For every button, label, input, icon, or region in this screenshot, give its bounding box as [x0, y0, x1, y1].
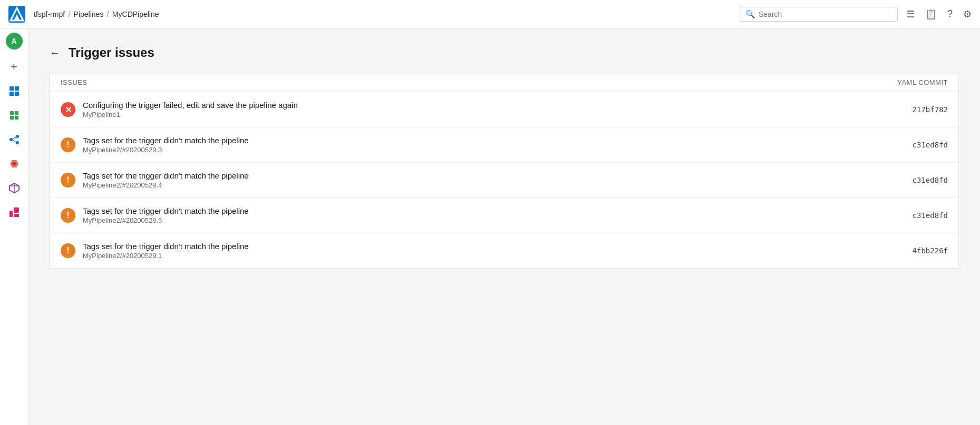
row-commit: 217bf782 [885, 105, 948, 114]
row-left: ! Tags set for the trigger didn't match … [61, 206, 885, 224]
row-title: Tags set for the trigger didn't match th… [83, 242, 249, 251]
topnav-actions: ☰ 📋 ? ⚙ [906, 8, 972, 20]
table-row[interactable]: ! Tags set for the trigger didn't match … [50, 127, 958, 163]
row-left: ! Tags set for the trigger didn't match … [61, 171, 885, 189]
svg-rect-10 [15, 116, 18, 120]
row-title: Tags set for the trigger didn't match th… [83, 136, 249, 145]
col-yaml-header: YAML Commit [885, 78, 948, 86]
svg-rect-7 [10, 111, 14, 115]
sidebar-item-testplans[interactable] [3, 153, 25, 175]
sidebar-item-pipelines[interactable] [3, 129, 25, 151]
row-commit: c31ed8fd [885, 141, 948, 149]
svg-rect-6 [15, 92, 19, 96]
row-title: Configuring the trigger failed, edit and… [83, 101, 298, 110]
svg-rect-3 [9, 86, 14, 91]
row-text: Tags set for the trigger didn't match th… [83, 136, 249, 154]
sidebar-item-add[interactable]: + [3, 56, 25, 78]
svg-rect-8 [15, 111, 18, 115]
row-text: Configuring the trigger failed, edit and… [83, 101, 298, 118]
svg-line-14 [13, 137, 16, 139]
page-title: Trigger issues [69, 45, 154, 60]
help-icon[interactable]: ? [947, 8, 953, 19]
row-commit: c31ed8fd [885, 211, 948, 220]
sidebar-item-repos[interactable] [3, 104, 25, 126]
svg-rect-4 [15, 86, 19, 91]
row-text: Tags set for the trigger didn't match th… [83, 171, 249, 189]
menu-icon[interactable]: ☰ [906, 8, 915, 20]
row-title: Tags set for the trigger didn't match th… [83, 171, 249, 180]
svg-rect-17 [14, 207, 19, 213]
row-left: ! Tags set for the trigger didn't match … [61, 136, 885, 154]
breadcrumb-pipeline[interactable]: MyCDPipeline [112, 10, 159, 18]
row-commit: c31ed8fd [885, 176, 948, 184]
table-header: Issues YAML Commit [50, 73, 958, 92]
warning-icon: ! [61, 243, 75, 258]
warning-icon: ! [61, 173, 75, 187]
row-subtitle: MyPipeline1 [83, 111, 298, 118]
error-icon: ✕ [61, 102, 75, 117]
sidebar-item-boards[interactable] [3, 80, 25, 102]
search-box[interactable]: 🔍 [740, 7, 898, 22]
warning-icon: ! [61, 137, 75, 152]
breadcrumb-sep1: / [68, 9, 70, 19]
svg-line-15 [13, 140, 16, 142]
row-subtitle: MyPipeline2/#20200529.4 [83, 181, 249, 189]
row-subtitle: MyPipeline2/#20200529.5 [83, 216, 249, 224]
svg-point-12 [16, 135, 19, 138]
svg-rect-5 [9, 92, 14, 96]
sidebar-item-extensions[interactable] [3, 201, 25, 223]
table-row[interactable]: ✕ Configuring the trigger failed, edit a… [50, 92, 958, 127]
warning-icon: ! [61, 208, 75, 223]
breadcrumb-org[interactable]: tfspf-rmpf [34, 10, 65, 18]
page-header: ← Trigger issues [50, 45, 959, 60]
breadcrumb: tfspf-rmpf / Pipelines / MyCDPipeline [34, 9, 731, 19]
row-text: Tags set for the trigger didn't match th… [83, 206, 249, 224]
logo[interactable] [8, 6, 25, 23]
clipboard-icon[interactable]: 📋 [925, 8, 937, 20]
table-row[interactable]: ! Tags set for the trigger didn't match … [50, 198, 958, 233]
layout: A + [0, 28, 980, 425]
svg-rect-9 [10, 116, 14, 120]
svg-rect-18 [14, 214, 19, 217]
row-text: Tags set for the trigger didn't match th… [83, 242, 249, 260]
sidebar-item-artifacts[interactable] [3, 177, 25, 199]
breadcrumb-sep2: / [106, 9, 109, 19]
search-input[interactable] [759, 10, 892, 18]
avatar[interactable]: A [6, 33, 23, 50]
row-title: Tags set for the trigger didn't match th… [83, 206, 249, 215]
svg-point-13 [16, 141, 19, 144]
row-left: ✕ Configuring the trigger failed, edit a… [61, 101, 885, 118]
row-subtitle: MyPipeline2/#20200529.3 [83, 146, 249, 154]
table-row[interactable]: ! Tags set for the trigger didn't match … [50, 163, 958, 198]
svg-point-11 [9, 138, 13, 141]
main-content: ← Trigger issues Issues YAML Commit ✕ Co… [28, 28, 980, 425]
search-icon: 🔍 [745, 9, 755, 19]
row-subtitle: MyPipeline2/#20200529.1 [83, 252, 249, 260]
issues-table: Issues YAML Commit ✕ Configuring the tri… [50, 73, 959, 269]
topnav: tfspf-rmpf / Pipelines / MyCDPipeline 🔍 … [0, 0, 980, 28]
col-issues-header: Issues [61, 78, 88, 86]
sidebar: A + [0, 28, 28, 425]
settings-icon[interactable]: ⚙ [963, 8, 972, 20]
breadcrumb-section[interactable]: Pipelines [74, 10, 104, 18]
svg-rect-16 [9, 211, 13, 217]
row-left: ! Tags set for the trigger didn't match … [61, 242, 885, 260]
table-row[interactable]: ! Tags set for the trigger didn't match … [50, 233, 958, 268]
back-button[interactable]: ← [50, 47, 60, 59]
row-commit: 4fbb226f [885, 246, 948, 255]
